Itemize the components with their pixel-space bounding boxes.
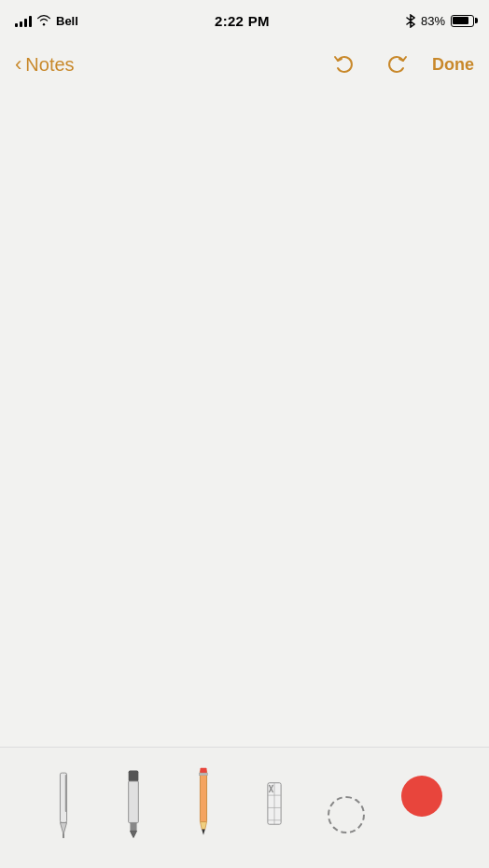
pen-tool[interactable] bbox=[47, 757, 80, 841]
drawing-canvas[interactable] bbox=[0, 88, 489, 747]
svg-rect-1 bbox=[64, 774, 66, 811]
back-label: Notes bbox=[25, 54, 74, 76]
marker-tool[interactable] bbox=[117, 757, 150, 841]
back-arrow-icon: ‹ bbox=[15, 54, 21, 75]
done-button[interactable]: Done bbox=[432, 55, 474, 75]
svg-rect-5 bbox=[129, 781, 139, 822]
lasso-tool[interactable] bbox=[328, 757, 365, 841]
svg-rect-6 bbox=[130, 822, 136, 831]
bluetooth-icon bbox=[406, 14, 415, 28]
redo-button[interactable] bbox=[380, 48, 413, 81]
lasso-circle-icon bbox=[328, 796, 365, 833]
pencil-tool[interactable] bbox=[187, 757, 220, 841]
eraser-tool[interactable] bbox=[258, 757, 291, 841]
battery-icon bbox=[451, 15, 474, 27]
nav-actions: Done bbox=[328, 48, 474, 81]
carrier-label: Bell bbox=[56, 14, 78, 28]
svg-marker-9 bbox=[201, 821, 207, 829]
nav-bar: ‹ Notes Done bbox=[0, 41, 489, 88]
status-left: Bell bbox=[15, 13, 78, 29]
time-display: 2:22 PM bbox=[215, 13, 270, 29]
status-bar: Bell 2:22 PM 83% bbox=[0, 0, 489, 41]
signal-icon bbox=[15, 14, 32, 27]
svg-rect-11 bbox=[201, 767, 207, 772]
battery-percent: 83% bbox=[421, 14, 445, 28]
svg-rect-4 bbox=[129, 770, 139, 781]
svg-rect-8 bbox=[201, 770, 207, 821]
svg-marker-2 bbox=[60, 822, 66, 833]
undo-button[interactable] bbox=[328, 48, 361, 81]
wifi-icon bbox=[36, 13, 51, 29]
svg-marker-10 bbox=[203, 829, 206, 834]
status-right: 83% bbox=[406, 14, 474, 28]
svg-marker-7 bbox=[130, 831, 136, 837]
svg-rect-12 bbox=[200, 773, 208, 776]
record-button[interactable] bbox=[401, 776, 442, 817]
drawing-toolbar bbox=[0, 747, 489, 868]
back-button[interactable]: ‹ Notes bbox=[15, 54, 75, 76]
